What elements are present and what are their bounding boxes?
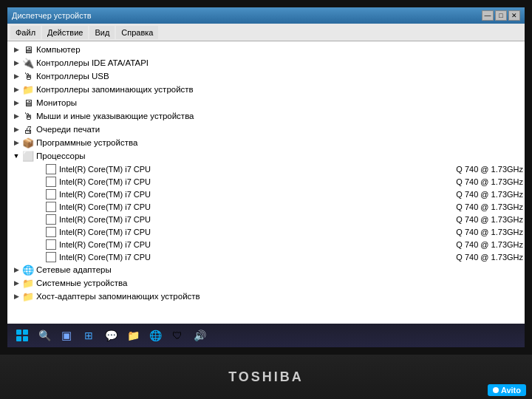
item-label: Контроллеры USB (36, 72, 523, 81)
chevron-icon: ▶ (10, 123, 22, 135)
item-label: Системные устройства (36, 279, 523, 287)
tree-item-network[interactable]: ▶ 🌐 Сетевые адаптеры (7, 263, 525, 276)
windows-logo-icon (16, 330, 28, 341)
minimize-button[interactable]: — (482, 10, 494, 21)
cpu-model: Q 740 @ 1.73GHz (456, 253, 523, 262)
menubar: Файл Действие Вид Справка (7, 24, 525, 41)
cpu-item-2[interactable]: Intel(R) Core(TM) i7 CPU Q 740 @ 1.73GHz (7, 175, 525, 188)
tree-item-computer[interactable]: ▶ 🖥 Компьютер (7, 43, 525, 56)
item-label: Контроллеры запоминающих устройств (36, 85, 523, 94)
maximize-button[interactable]: □ (495, 10, 507, 21)
tree-item-usb[interactable]: ▶ 🖱 Контроллеры USB (7, 69, 525, 83)
chevron-icon: ▶ (10, 44, 22, 55)
software-icon: 📦 (22, 137, 34, 149)
cpu-model: Q 740 @ 1.73GHz (456, 177, 523, 186)
avito-dot (493, 387, 499, 393)
tree-item-storage[interactable]: ▶ 📁 Контроллеры запоминающих устройств (7, 83, 525, 96)
item-label: Программные устройства (36, 138, 523, 147)
tree-item-ide[interactable]: ▶ 🔌 Контроллеры IDE ATA/ATAPI (7, 56, 525, 69)
cpu-checkbox-icon (46, 164, 56, 174)
menu-view[interactable]: Вид (89, 26, 115, 39)
cpu-model: Q 740 @ 1.73GHz (456, 228, 523, 236)
chevron-icon: ▶ (10, 264, 22, 276)
tree-item-monitors[interactable]: ▶ 🖥 Мониторы (7, 96, 525, 109)
cpu-checkbox-icon (46, 227, 56, 237)
monitor-screen: Диспетчер устройств — □ ✕ Файл Действие … (7, 7, 525, 347)
security-icon[interactable]: 🛡 (168, 327, 186, 344)
network-taskbar-icon[interactable]: 🔊 (191, 327, 208, 344)
tree-item-system[interactable]: ▶ 📁 Системные устройства (7, 276, 525, 290)
usb-icon: 🖱 (22, 70, 34, 82)
item-label: Сетевые адаптеры (36, 265, 523, 274)
cpu-checkbox-icon (46, 202, 56, 212)
computer-icon: 🖥 (22, 44, 34, 55)
close-button[interactable]: ✕ (508, 10, 520, 21)
start-button[interactable] (13, 327, 31, 344)
cpu-label: Intel(R) Core(TM) i7 CPU (59, 202, 450, 211)
avito-label: Avito (501, 386, 521, 395)
search-taskbar-icon[interactable]: 🔍 (35, 327, 53, 344)
cpu-item-8[interactable]: Intel(R) Core(TM) i7 CPU Q 740 @ 1.73GHz (7, 250, 525, 263)
chat-icon[interactable]: 💬 (102, 327, 120, 344)
item-label: Процессоры (36, 151, 523, 160)
processor-icon: ⬜ (22, 150, 34, 162)
item-label: Мониторы (36, 98, 523, 107)
network-icon: 🌐 (22, 264, 34, 276)
monitor-outer: Диспетчер устройств — □ ✕ Файл Действие … (0, 0, 532, 355)
tree-item-software[interactable]: ▶ 📦 Программные устройства (7, 136, 525, 149)
taskview-icon[interactable]: ▣ (58, 327, 75, 344)
chevron-icon: ▶ (10, 57, 22, 69)
cpu-checkbox-icon (46, 214, 56, 225)
avito-badge: Avito (488, 384, 526, 396)
system-icon: 📁 (22, 277, 34, 289)
titlebar: Диспетчер устройств — □ ✕ (7, 7, 525, 24)
ide-icon: 🔌 (22, 57, 34, 69)
cpu-item-5[interactable]: Intel(R) Core(TM) i7 CPU Q 740 @ 1.73GHz (7, 213, 525, 225)
device-manager-window: Диспетчер устройств — □ ✕ Файл Действие … (7, 7, 525, 347)
hba-icon: 📁 (22, 290, 34, 302)
cpu-checkbox-icon (46, 189, 56, 200)
edge-icon[interactable]: 🌐 (146, 327, 164, 344)
menu-help[interactable]: Справка (116, 26, 158, 39)
item-label: Очереди печати (36, 125, 523, 134)
titlebar-buttons: — □ ✕ (482, 10, 520, 21)
storage-icon: 📁 (22, 83, 34, 95)
tree-item-hba[interactable]: ▶ 📁 Хост-адаптеры запоминающих устройств (7, 290, 525, 303)
cpu-label: Intel(R) Core(TM) i7 CPU (59, 190, 450, 199)
mice-icon: 🖱 (22, 110, 34, 122)
item-label: Компьютер (36, 45, 523, 54)
cpu-label: Intel(R) Core(TM) i7 CPU (59, 253, 450, 262)
explorer-icon[interactable]: 📁 (124, 327, 142, 344)
window-title: Диспетчер устройств (12, 11, 92, 20)
cpu-label: Intel(R) Core(TM) i7 CPU (59, 240, 450, 249)
cpu-checkbox-icon (46, 239, 56, 250)
cpu-model: Q 740 @ 1.73GHz (456, 202, 523, 211)
cpu-label: Intel(R) Core(TM) i7 CPU (59, 165, 450, 174)
cpu-model: Q 740 @ 1.73GHz (456, 165, 523, 174)
printer-icon: 🖨 (22, 123, 34, 135)
monitor-icon: 🖥 (22, 97, 34, 109)
tree-item-processors[interactable]: ▼ ⬜ Процессоры (7, 149, 525, 163)
cpu-item-4[interactable]: Intel(R) Core(TM) i7 CPU Q 740 @ 1.73GHz (7, 200, 525, 213)
item-label: Хост-адаптеры запоминающих устройств (36, 292, 523, 301)
monitor-bottom: TOSHIBA Avito (0, 355, 532, 399)
cpu-item-6[interactable]: Intel(R) Core(TM) i7 CPU Q 740 @ 1.73GHz (7, 225, 525, 238)
chevron-icon: ▶ (10, 110, 22, 122)
tree-item-printers[interactable]: ▶ 🖨 Очереди печати (7, 123, 525, 136)
chevron-icon: ▶ (10, 70, 22, 82)
menu-action[interactable]: Действие (42, 26, 88, 39)
tree-view[interactable]: ▶ 🖥 Компьютер ▶ 🔌 Контроллеры IDE ATA/AT… (7, 41, 525, 324)
taskbar: 🔍 ▣ ⊞ 💬 📁 🌐 🛡 🔊 (7, 324, 525, 347)
item-label: Контроллеры IDE ATA/ATAPI (36, 58, 523, 67)
cpu-item-1[interactable]: Intel(R) Core(TM) i7 CPU Q 740 @ 1.73GHz (7, 163, 525, 175)
tree-item-mice[interactable]: ▶ 🖱 Мыши и иные указывающие устройства (7, 109, 525, 123)
item-label: Мыши и иные указывающие устройства (36, 112, 523, 120)
menu-file[interactable]: Файл (10, 26, 41, 39)
widgets-icon[interactable]: ⊞ (80, 327, 98, 344)
cpu-model: Q 740 @ 1.73GHz (456, 240, 523, 249)
chevron-icon: ▶ (10, 97, 22, 109)
cpu-item-3[interactable]: Intel(R) Core(TM) i7 CPU Q 740 @ 1.73GHz (7, 188, 525, 200)
cpu-checkbox-icon (46, 252, 56, 262)
cpu-label: Intel(R) Core(TM) i7 CPU (59, 215, 450, 224)
cpu-item-7[interactable]: Intel(R) Core(TM) i7 CPU Q 740 @ 1.73GHz (7, 238, 525, 250)
